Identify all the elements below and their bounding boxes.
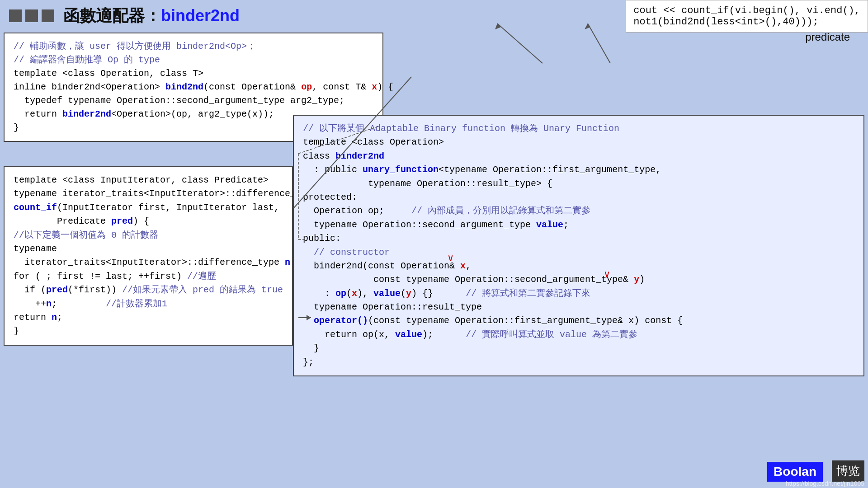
r-line11: binder2nd(const Operation& x, — [303, 259, 854, 273]
code-box-bottom-left: template <class InputIterator, class Pre… — [4, 166, 293, 346]
r-line13: : op(x), value(y) {} // 將算式和第二實參記錄下來 — [303, 287, 854, 300]
r-line8: typename Operation::second_argument_type… — [303, 218, 854, 232]
page-title: 函數適配器：binder2nd — [63, 5, 240, 27]
boolan-cn-watermark: 博览 — [832, 460, 864, 482]
r-line17: } — [303, 342, 854, 355]
win-btn-3[interactable] — [42, 9, 54, 22]
bl-line9: if (pred(*first)) //如果元素帶入 pred 的結果為 tru… — [14, 283, 283, 297]
r-line10: // constructor — [303, 246, 854, 259]
tl-line3: template <class Operation, class T> — [14, 67, 373, 80]
bl-line5: //以下定義一個初值為 0 的計數器 — [14, 229, 283, 242]
code-box-right: // 以下將某個 Adaptable Binary function 轉換為 U… — [293, 115, 864, 376]
r-line9: public: — [303, 232, 854, 245]
win-btn-1[interactable] — [9, 9, 22, 22]
r-line14: typename Operation::result_type — [303, 300, 854, 314]
tl-comment2: // 編譯器會自動推導 Op 的 type — [14, 53, 373, 67]
bl-line11: return n; — [14, 311, 283, 324]
bl-line4: Predicate pred) { — [14, 215, 283, 228]
r-line7: Operation op; // 內部成員，分別用以記錄算式和第二實參 — [303, 204, 854, 218]
bl-line6: typename — [14, 242, 283, 256]
url-watermark: https://blog.csdn.net/jjn1005 — [782, 479, 868, 488]
top-code-line2: not1(bind2nd(less<int>(),40))); — [633, 16, 818, 28]
bl-line3: count_if(InputIterator first, InputItera… — [14, 201, 283, 215]
bl-line10: ++n; //計數器累加1 — [14, 297, 283, 311]
r-line2: template <class Operation> — [303, 136, 854, 149]
tl-comment1: // 輔助函數，讓 user 得以方便使用 binder2nd<Op>； — [14, 40, 373, 53]
r-line5: typename Operation::result_type> { — [303, 177, 854, 191]
r-line4: : public unary_function<typename Operati… — [303, 163, 854, 177]
bl-line12: } — [14, 324, 283, 338]
bl-line8: for ( ; first != last; ++first) //遍歷 — [14, 270, 283, 283]
r-line12: const typename Operation::second_argumen… — [303, 273, 854, 286]
tl-line5: typedef typename Operation::second_argum… — [14, 94, 373, 108]
bl-line2: typename iterator_traits<InputIterator>:… — [14, 187, 283, 201]
r-line16: return op(x, value); // 實際呼叫算式並取 value 為… — [303, 328, 854, 342]
win-btn-2[interactable] — [25, 9, 38, 22]
r-line15: operator()(const typename Operation::fir… — [303, 314, 854, 328]
top-code-line1: cout << count_if(vi.begin(), vi.end(), — [633, 5, 860, 16]
r-line18: }; — [303, 356, 854, 369]
r-line3: class binder2nd — [303, 150, 854, 163]
bl-line7: iterator_traits<InputIterator>::differen… — [14, 256, 283, 269]
r-comment1: // 以下將某個 Adaptable Binary function 轉換為 U… — [303, 122, 854, 136]
bl-line1: template <class InputIterator, class Pre… — [14, 174, 283, 187]
r-line6: protected: — [303, 191, 854, 204]
top-right-code-box: cout << count_if(vi.begin(), vi.end(), n… — [626, 0, 868, 33]
tl-line4: inline binder2nd<Operation> bind2nd(cons… — [14, 80, 373, 94]
window-controls — [9, 9, 54, 22]
diagram-area: algorithm function adapter (negator) fun… — [597, 36, 868, 117]
